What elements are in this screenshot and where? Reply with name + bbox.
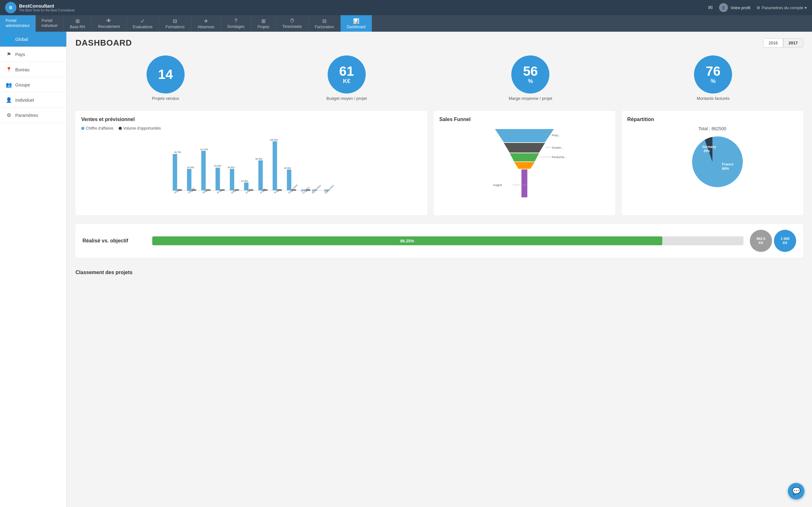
progress-bar-inner: 86.25%: [152, 236, 662, 245]
svg-rect-17: [230, 169, 235, 190]
kpi-label-marge: Marge moyenne / projet: [509, 96, 552, 101]
legend-dot-volume: [119, 127, 122, 130]
sidebar-parametres-label: Paramètres: [15, 113, 38, 118]
absences-icon: ✈: [204, 18, 208, 24]
legend-chiffre: Chiffre d'affaires: [81, 126, 113, 130]
progress-bar-outer: 86.25%: [152, 236, 744, 245]
svg-text:50 000: 50 000: [188, 166, 194, 169]
page-title: DASHBOARD: [75, 38, 132, 48]
profile-area[interactable]: 👤 Votre profil: [719, 3, 750, 12]
dashboard-icon: 📊: [353, 18, 359, 24]
svg-text:France: France: [722, 162, 733, 166]
tab-base-rh-label: Base RH: [70, 25, 85, 29]
tab-base-rh[interactable]: ⊞ Base RH: [63, 15, 92, 32]
tab-facturation-label: Facturation: [315, 25, 334, 29]
classement-title: Classement des projets: [75, 264, 803, 278]
global-icon: 🌐: [6, 36, 12, 42]
tab-facturation[interactable]: ⊟ Facturation: [309, 15, 341, 32]
tab-projets-label: Projets: [258, 25, 269, 29]
svg-rect-29: [273, 141, 277, 190]
svg-text:Perdu/Ab...: Perdu/Ab...: [552, 156, 566, 159]
svg-text:84 500: 84 500: [256, 158, 263, 160]
logo-circle: B: [5, 2, 16, 13]
ventes-title: Ventes et prévisionnel: [81, 117, 421, 122]
tab-projets[interactable]: ⊞ Projets: [251, 15, 276, 32]
chat-button[interactable]: 💬: [788, 483, 804, 499]
sidebar-item-global[interactable]: 🌐 Global: [0, 32, 66, 47]
tab-timesheets[interactable]: ⏱ Timesheets: [276, 15, 309, 32]
svg-text:20%: 20%: [704, 149, 710, 153]
sidebar-item-groupe[interactable]: 👥 Groupe: [0, 77, 66, 93]
projets-icon: ⊞: [261, 18, 265, 24]
portal-tab-admin[interactable]: Portailadministrateur: [0, 15, 36, 32]
svg-text:Germany: Germany: [702, 145, 716, 149]
legend-dot-chiffre: [81, 127, 84, 130]
year-2016-button[interactable]: 2016: [763, 38, 783, 48]
sidebar-item-parametres[interactable]: ⚙ Paramètres: [0, 108, 66, 123]
kpi-unit-montants: %: [711, 78, 716, 84]
svg-rect-5: [187, 169, 192, 191]
portal-tab-group: ⊞ Base RH 👁 Recrutement ✓ Evaluations ⊟ …: [63, 15, 812, 32]
legend-volume: Volume d'opportunités: [119, 126, 161, 130]
svg-marker-61: [514, 162, 535, 169]
tab-absences[interactable]: ✈ Absences: [191, 15, 221, 32]
tab-timesheets-label: Timesheets: [282, 24, 302, 29]
ventes-chart: Ventes et prévisionnel Chiffre d'affaire…: [75, 111, 427, 215]
svg-text:Souten...: Souten...: [552, 146, 564, 149]
parametres-icon: ⚙: [6, 112, 12, 118]
logo-text: BestConsultant The Best Tools for the Be…: [19, 3, 74, 12]
timesheets-icon: ⏱: [290, 18, 295, 24]
kpi-unit-marge: %: [528, 78, 533, 84]
bureau-icon: 📍: [6, 66, 12, 72]
kpi-label-montants: Montants facturés: [697, 96, 729, 101]
svg-text:80%: 80%: [722, 167, 729, 170]
top-bar: B BestConsultant The Best Tools for the …: [0, 0, 812, 15]
kpi-budget-moyen: 61 K€ Budget moyen / projet: [326, 55, 367, 101]
mail-icon[interactable]: ✉: [708, 4, 713, 11]
tab-dashboard[interactable]: 📊 Dashboard: [341, 15, 372, 32]
legend-chiffre-label: Chiffre d'affaires: [86, 126, 113, 130]
svg-text:Novembre: Novembre: [311, 184, 322, 194]
svg-text:49 500: 49 500: [228, 166, 235, 169]
tab-sondages[interactable]: ? Sondages: [221, 15, 251, 32]
repartition-chart: Répartition Total : 862500 France 80% Ge…: [622, 111, 803, 215]
gear-icon: ⚙: [757, 5, 760, 10]
sidebar-item-individuel[interactable]: 👤 Individuel: [0, 93, 66, 108]
sales-funnel-title: Sales Funnel: [439, 117, 610, 122]
sondages-icon: ?: [235, 18, 237, 24]
kpi-circle-budget: 61 K€: [328, 55, 366, 94]
kpi-label-budget: Budget moyen / projet: [326, 96, 367, 101]
bar-chart-svg: 96 750 0 50 000 0 111 000 0 54 000: [81, 135, 421, 199]
sidebar-item-bureau[interactable]: 📍 Bureau: [0, 62, 66, 77]
ventes-legend: Chiffre d'affaires Volume d'opportunités: [81, 126, 421, 130]
tab-recrutement[interactable]: 👁 Recrutement: [92, 15, 126, 32]
badge-objectif-unit: K€: [783, 241, 787, 245]
svg-marker-60: [510, 153, 539, 161]
kpi-label-projets: Projets vendus: [152, 96, 179, 101]
legend-volume-label: Volume d'opportunités: [123, 126, 161, 130]
pie-svg: France 80% Germany 20%: [627, 134, 798, 191]
kpi-unit-budget: K€: [343, 78, 350, 84]
params-area[interactable]: ⚙ Parametres du compte ▾: [757, 5, 807, 10]
badge-objectif: 1 000 K€: [774, 230, 796, 252]
recrutement-icon: 👁: [106, 18, 111, 24]
tab-formations[interactable]: ⊟ Formations: [159, 15, 191, 32]
params-label: Parametres du compte: [762, 5, 803, 10]
svg-rect-1: [173, 154, 177, 191]
sidebar-pays-label: Pays: [15, 52, 25, 57]
svg-text:235 500: 235 500: [270, 139, 278, 141]
sidebar-item-pays[interactable]: ⚑ Pays: [0, 47, 66, 62]
year-2017-button[interactable]: 2017: [783, 38, 803, 48]
formations-icon: ⊟: [173, 18, 177, 24]
tagline: The Best Tools for the Best Consultants: [19, 9, 74, 12]
svg-rect-25: [258, 160, 263, 190]
badge-realise-unit: K€: [759, 241, 763, 245]
kpi-row: 14 Projets vendus 61 K€ Budget moyen / p…: [75, 55, 803, 101]
portal-tab-individual[interactable]: Portailindividuel: [36, 15, 63, 32]
facturation-icon: ⊟: [322, 18, 326, 24]
portal-individual-label: Portailindividuel: [42, 18, 57, 28]
sidebar-individuel-label: Individuel: [15, 98, 34, 103]
tab-evaluations[interactable]: ✓ Evaluations: [126, 15, 159, 32]
logo-area: B BestConsultant The Best Tools for the …: [5, 2, 74, 13]
main-content: DASHBOARD 2016 2017 14 Projets vendus 61…: [67, 32, 812, 507]
